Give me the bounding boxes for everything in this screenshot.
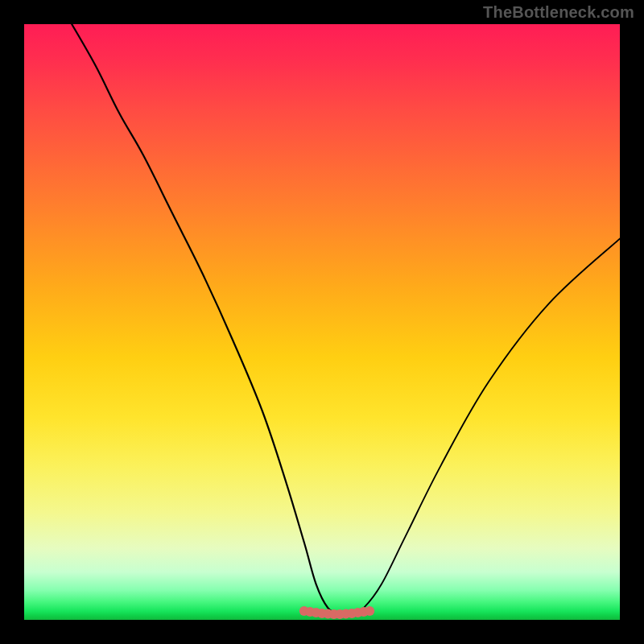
curve-layer: [24, 24, 620, 620]
optimal-zone-markers: [299, 606, 374, 619]
svg-point-11: [365, 606, 374, 616]
bottleneck-curve-right: [352, 238, 620, 613]
chart-frame: TheBottleneck.com: [0, 0, 644, 644]
bottleneck-curve-left: [72, 24, 364, 615]
plot-area: [24, 24, 620, 620]
watermark-text: TheBottleneck.com: [483, 3, 634, 22]
